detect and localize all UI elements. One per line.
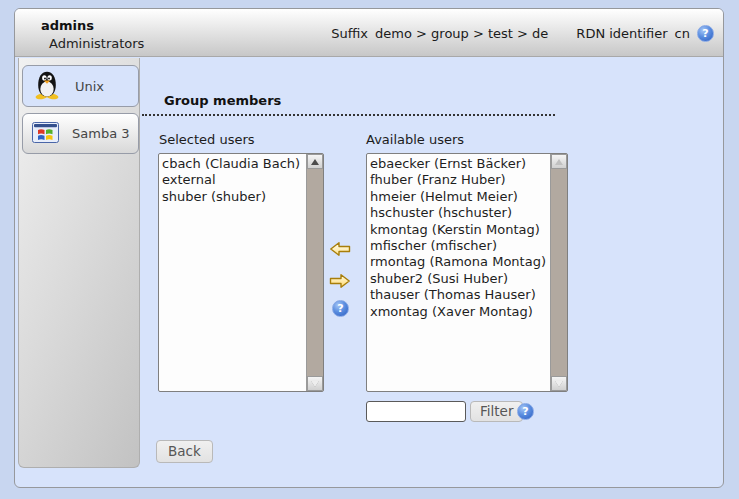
selected-users-list: cbach (Claudia Bach)externalshuber (shub… [159,154,306,391]
scroll-up-icon [555,159,563,165]
scroll-up-button[interactable] [551,154,567,169]
main-panel: admins Administrators Suffix demo > grou… [14,8,724,488]
scroll-up-icon [311,159,319,165]
scroll-down-button[interactable] [307,376,323,391]
list-item[interactable]: cbach (Claudia Bach) [162,156,306,172]
tab-unix-label: Unix [75,79,104,94]
account-type-sidebar: Unix Samba 3 [18,58,140,468]
scroll-down-icon [311,381,319,387]
tux-penguin-icon [32,69,62,104]
available-users-listbox[interactable]: ebaecker (Ernst Bäcker)fhuber (Franz Hub… [366,153,568,392]
back-button[interactable]: Back [156,440,213,463]
move-to-available-button[interactable] [329,273,351,289]
filter-help-icon[interactable]: ? [517,403,534,420]
screen: admins Administrators Suffix demo > grou… [0,0,739,499]
suffix-breadcrumb: demo > group > test > de [375,26,548,41]
move-to-selected-button[interactable] [329,241,351,257]
rdn-help-icon[interactable]: ? [697,25,714,42]
list-item[interactable]: hmeier (Helmut Meier) [370,189,550,205]
list-item[interactable]: kmontag (Kerstin Montag) [370,222,550,238]
windows-logo-icon [32,122,59,146]
header-info: Suffix demo > group > test > de RDN iden… [331,9,714,57]
selected-users-listbox[interactable]: cbach (Claudia Bach)externalshuber (shub… [158,153,324,392]
arrow-right-icon [329,277,351,292]
list-item[interactable]: shuber2 (Susi Huber) [370,271,550,287]
transfer-help-icon[interactable]: ? [332,300,349,317]
list-item[interactable]: rmontag (Ramona Montag) [370,254,550,270]
scroll-down-icon [555,381,563,387]
list-item[interactable]: ebaecker (Ernst Bäcker) [370,156,550,172]
list-item[interactable]: hschuster (hschuster) [370,205,550,221]
list-item[interactable]: fhuber (Franz Huber) [370,172,550,188]
tab-unix[interactable]: Unix [22,65,139,107]
list-item[interactable]: thauser (Thomas Hauser) [370,287,550,303]
arrow-left-icon [329,245,351,260]
scroll-up-button[interactable] [307,154,323,169]
scroll-down-button[interactable] [551,376,567,391]
rdn-identifier-label: RDN identifier [576,26,667,41]
selected-users-scrollbar[interactable] [306,154,323,391]
tab-samba3-label: Samba 3 [72,126,130,141]
selected-users-label: Selected users [159,132,255,147]
filter-button[interactable]: Filter [470,401,523,422]
section-title: Group members [142,93,555,116]
rdn-identifier-value: cn [675,26,690,41]
available-users-scrollbar[interactable] [550,154,567,391]
available-users-list: ebaecker (Ernst Bäcker)fhuber (Franz Hub… [367,154,550,391]
list-item[interactable]: mfischer (mfischer) [370,238,550,254]
list-item[interactable]: shuber (shuber) [162,189,306,205]
list-item[interactable]: external [162,172,306,188]
page-subtitle: Administrators [49,36,144,51]
filter-input[interactable] [366,401,466,422]
list-item[interactable]: xmontag (Xaver Montag) [370,304,550,320]
header-bar: admins Administrators Suffix demo > grou… [15,9,723,57]
available-users-label: Available users [366,132,464,147]
suffix-label: Suffix [331,26,368,41]
page-title: admins [41,18,94,33]
tab-samba3[interactable]: Samba 3 [22,113,139,154]
